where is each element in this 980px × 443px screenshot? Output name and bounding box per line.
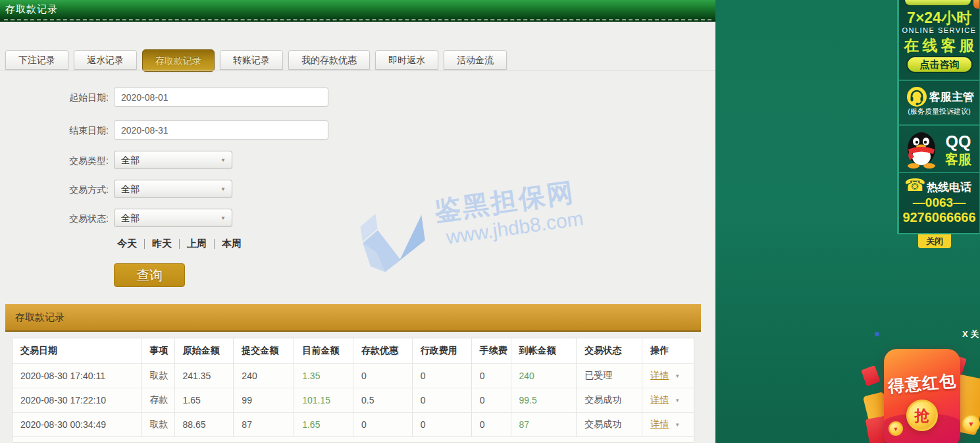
section-header: 存取款记录 <box>5 304 701 332</box>
cell-date: 2020-08-30 00:34:49 <box>13 413 142 436</box>
qq-cs-label[interactable]: 客服 <box>939 151 978 169</box>
main-content: 存取款记录 下注记录 返水记录 存取款记录 转账记录 我的存款优惠 即时返水 活… <box>0 0 715 443</box>
cell-type: 取款 <box>142 364 175 388</box>
cell-status: 交易成功 <box>577 388 642 412</box>
hotline-number: 9276066666 <box>899 210 979 225</box>
headset-icon <box>906 86 927 107</box>
cell-original: 88.65 <box>175 413 234 436</box>
divider <box>179 239 180 249</box>
decoration-dot <box>875 332 879 336</box>
chevron-down-icon[interactable]: ▼ <box>675 398 680 404</box>
transaction-method-select[interactable]: 全部 ▼ <box>114 180 232 198</box>
tab-bet-records[interactable]: 下注记录 <box>5 50 68 70</box>
tab-activity-flow[interactable]: 活动金流 <box>444 50 507 70</box>
chevron-down-icon[interactable]: ▼ <box>675 422 680 428</box>
page-title: 存取款记录 <box>5 3 58 16</box>
quick-link-last-week[interactable]: 上周 <box>187 238 207 250</box>
cell-arrival: 240 <box>511 364 577 388</box>
cell-status: 交易成功 <box>577 413 642 436</box>
quick-date-links: 今天 昨天 上周 本周 <box>117 238 242 250</box>
transaction-status-select[interactable]: 全部 ▼ <box>114 209 232 227</box>
table-row: 2020-08-30 17:40:11取款241.352401.35000240… <box>13 364 694 388</box>
tab-deposit-withdraw-records[interactable]: 存取款记录 <box>142 49 215 72</box>
transaction-type-value: 全部 <box>121 155 140 165</box>
transaction-status-label: 交易状态: <box>0 213 109 225</box>
col-header: 操作 <box>642 338 694 363</box>
table-row: 2020-08-30 00:34:49取款88.65871.6500087交易成… <box>13 413 694 437</box>
cell-original: 1.65 <box>175 388 234 412</box>
cell-date: 2020-08-30 17:40:11 <box>13 364 142 388</box>
cell-date: 2020-08-30 17:22:10 <box>13 388 142 412</box>
end-date-input[interactable] <box>114 120 328 140</box>
cell-original: 241.35 <box>175 364 234 388</box>
col-header: 原始金额 <box>175 338 234 363</box>
watermark-url: www.jhdb8.com <box>445 207 585 249</box>
tab-instant-rebate[interactable]: 即时返水 <box>375 50 438 70</box>
cell-admin_fee: 0 <box>413 413 472 436</box>
quick-link-this-week[interactable]: 本周 <box>222 238 242 250</box>
cell-fee: 0 <box>472 364 511 388</box>
service-manager-text: 客服主管 <box>929 90 974 105</box>
chevron-down-icon: ▼ <box>220 151 226 169</box>
cell-type: 存款 <box>142 388 175 412</box>
watermark-text: 鉴黑担保网 <box>432 174 577 229</box>
col-header: 存款优惠 <box>353 338 413 363</box>
cell-submitted: 99 <box>234 388 294 412</box>
page-header: 存取款记录 <box>0 0 715 22</box>
hotline-label: 热线电话 <box>927 180 971 195</box>
cell-fee: 0 <box>472 388 511 412</box>
cell-actions: 详情▼ <box>642 388 694 412</box>
promo-title: 得意红包 <box>883 369 961 398</box>
transaction-method-value: 全部 <box>121 184 140 194</box>
transaction-status-value: 全部 <box>121 213 140 223</box>
cell-submitted: 240 <box>234 364 294 388</box>
cell-bonus: 0 <box>353 413 413 436</box>
watermark: 鉴黑担保网 www.jhdb8.com <box>348 163 636 306</box>
transaction-method-label: 交易方式: <box>0 184 109 196</box>
promo-close-button[interactable]: X 关 <box>962 328 979 340</box>
divider <box>899 80 979 81</box>
cell-arrival: 87 <box>511 413 577 436</box>
tab-my-deposit-bonus[interactable]: 我的存款优惠 <box>288 50 370 70</box>
quick-link-yesterday[interactable]: 昨天 <box>152 238 172 250</box>
tab-rebate-records[interactable]: 返水记录 <box>74 50 137 70</box>
col-header: 手续费 <box>472 338 511 363</box>
detail-link[interactable]: 详情 <box>650 370 669 382</box>
quick-link-today[interactable]: 今天 <box>117 238 137 250</box>
divider <box>899 172 979 173</box>
cell-admin_fee: 0 <box>413 388 472 412</box>
cell-bonus: 0.5 <box>353 388 413 412</box>
tab-divider <box>0 70 715 70</box>
tab-bar: 下注记录 返水记录 存取款记录 转账记录 我的存款优惠 即时返水 活动金流 <box>5 50 507 72</box>
service-hours-text: 7×24小时 <box>899 8 979 28</box>
start-date-input[interactable] <box>114 88 328 107</box>
table-row: 2020-08-30 17:22:10存款1.6599101.150.50099… <box>13 388 694 413</box>
cell-current: 1.65 <box>294 413 353 436</box>
start-date-label: 起始日期: <box>0 92 109 104</box>
transaction-type-select[interactable]: 全部 ▼ <box>114 151 232 169</box>
divider <box>899 124 979 126</box>
cell-bonus: 0 <box>353 364 413 388</box>
tab-transfer-records[interactable]: 转账记录 <box>220 50 283 70</box>
qq-icon[interactable] <box>903 130 940 169</box>
col-header: 事项 <box>142 338 175 363</box>
gold-coin-icon: ▼ <box>889 421 903 436</box>
table-body: 2020-08-30 17:40:11取款241.352401.35000240… <box>13 364 694 443</box>
chevron-down-icon[interactable]: ▼ <box>675 373 680 379</box>
detail-link[interactable]: 详情 <box>650 394 669 406</box>
qq-label[interactable]: QQ <box>939 132 978 151</box>
consult-button[interactable]: 点击咨询 <box>906 56 973 73</box>
col-header: 目前金额 <box>294 338 353 363</box>
query-button[interactable]: 查询 <box>114 263 185 287</box>
cell-submitted: 87 <box>234 413 294 436</box>
header-dashed-divider <box>4 19 711 20</box>
detail-link[interactable]: 详情 <box>650 419 669 430</box>
chevron-down-icon: ▼ <box>220 209 226 227</box>
cell-actions: 详情▼ <box>642 364 694 388</box>
service-manager-subtext: (服务质量投诉建议) <box>899 107 979 117</box>
grab-button[interactable]: 抢 <box>906 400 938 431</box>
cell-actions: 详情▼ <box>642 413 694 436</box>
table-row-partial <box>13 437 694 443</box>
col-header: 交易日期 <box>13 338 142 363</box>
panel-close-button[interactable]: 关闭 <box>918 234 951 248</box>
